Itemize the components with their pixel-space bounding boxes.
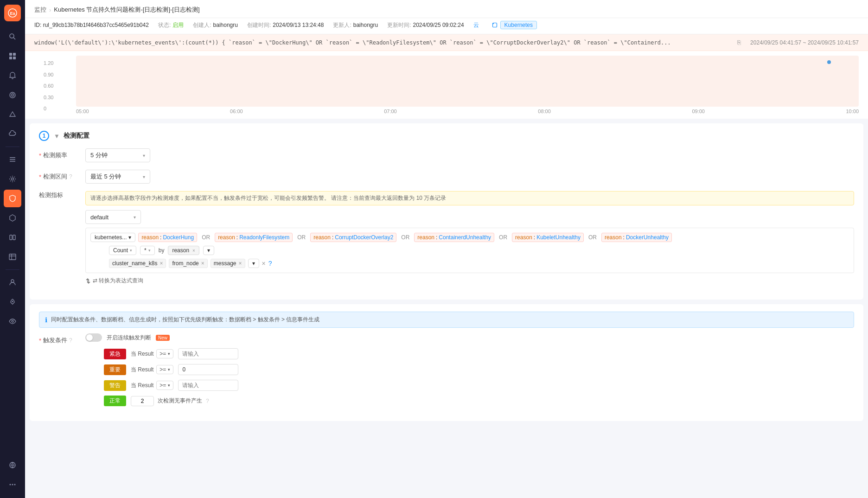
chart-x-labels: 05:00 06:00 07:00 08:00 09:00 10:00 bbox=[76, 107, 859, 119]
svg-point-10 bbox=[12, 95, 13, 96]
sidebar-item-user[interactable] bbox=[4, 274, 21, 291]
info-alert: ℹ 同时配置触发条件、数据断档、信息生成时，按照如下优先级判断触发：数据断档 >… bbox=[39, 312, 854, 328]
sev-major-input[interactable] bbox=[178, 364, 238, 375]
sidebar: Ea bbox=[0, 0, 25, 498]
interval-select[interactable]: 最近 5 分钟 ▾ bbox=[85, 170, 150, 184]
qb-agg-field[interactable]: * ▾ bbox=[140, 246, 155, 255]
kubernetes-tag[interactable]: Kubernetes bbox=[500, 21, 537, 29]
sidebar-item-table[interactable] bbox=[4, 248, 21, 266]
qb-filter-from-node-close[interactable]: × bbox=[201, 260, 204, 267]
continuous-trigger-toggle[interactable] bbox=[85, 333, 102, 342]
sidebar-item-compare[interactable] bbox=[4, 229, 21, 246]
sidebar-item-list[interactable] bbox=[4, 151, 21, 168]
datasource-value: default bbox=[90, 214, 108, 221]
meta-creator-value: baihongru bbox=[213, 22, 238, 28]
trigger-help-icon[interactable]: ? bbox=[69, 337, 72, 344]
interval-help-icon[interactable]: ? bbox=[69, 173, 72, 180]
qb-condition-5[interactable]: reason : DockerUnhealthy bbox=[601, 233, 672, 242]
qb-cond3-field: reason bbox=[417, 234, 434, 241]
svg-rect-12 bbox=[10, 157, 15, 158]
qb-filter-from-node[interactable]: from_node × bbox=[169, 259, 207, 268]
sidebar-item-rocket[interactable] bbox=[4, 293, 21, 311]
x-label-0600: 06:00 bbox=[230, 109, 243, 114]
datasource-select[interactable]: default ▾ bbox=[85, 210, 141, 224]
qb-source-selector[interactable]: kubernetes... ▾ bbox=[90, 233, 135, 242]
qb-group-by[interactable]: reason × bbox=[168, 246, 199, 255]
meta-updated-value: 2024/09/25 09:02:24 bbox=[413, 22, 464, 28]
sidebar-item-shield[interactable] bbox=[4, 190, 21, 207]
qb-group-by-more[interactable]: ▾ bbox=[203, 246, 214, 255]
sev-major-condition: 当 Result >= ▾ bbox=[131, 365, 173, 374]
sidebar-item-globe[interactable] bbox=[4, 456, 21, 474]
sidebar-item-search[interactable] bbox=[4, 28, 21, 45]
info-alert-icon: ℹ bbox=[45, 316, 47, 324]
sidebar-item-settings[interactable] bbox=[4, 170, 21, 188]
sev-normal-count-input[interactable] bbox=[131, 396, 154, 406]
meta-updated-label: 更新时间: bbox=[387, 21, 411, 29]
sidebar-item-dashboard[interactable] bbox=[4, 47, 21, 65]
meta-id: ID: rul_99cb13b78b1f4646b37cc5465e91b042 bbox=[34, 22, 149, 28]
qb-condition-2[interactable]: reason : CorruptDockerOverlay2 bbox=[310, 233, 396, 242]
qb-filter-cluster-close[interactable]: × bbox=[160, 260, 163, 267]
sidebar-item-hexagon[interactable] bbox=[4, 209, 21, 227]
collapse-arrow[interactable]: ▼ bbox=[54, 133, 60, 140]
freq-select[interactable]: 5 分钟 ▾ bbox=[85, 148, 150, 162]
sev-normal-count-row: 次检测无事件产生 ? bbox=[131, 396, 209, 406]
qb-agg-func[interactable]: Count ▾ bbox=[109, 246, 136, 255]
qb-cond5-value: DockerUnhealthy bbox=[626, 234, 669, 241]
qb-filter-from-node-text: from_node bbox=[172, 260, 198, 267]
svg-point-23 bbox=[12, 301, 13, 302]
chart-area: 1.20 0.90 0.60 0.30 0 05:00 06:00 07:00 … bbox=[25, 51, 868, 119]
sidebar-item-alert[interactable] bbox=[4, 67, 21, 84]
sidebar-item-cloud[interactable] bbox=[4, 125, 21, 143]
y-label-0.30: 0.30 bbox=[44, 95, 53, 100]
qb-by-label: by bbox=[159, 247, 165, 254]
qb-filter-cluster[interactable]: cluster_name_k8s × bbox=[109, 259, 166, 268]
sidebar-item-eye[interactable] bbox=[4, 313, 21, 330]
trigger-label-text: 触发条件 bbox=[43, 336, 67, 345]
sev-minor-input[interactable] bbox=[178, 380, 238, 391]
metrics-hint: 请逐步选择高基数字段作为检测难度，如果配置不当，触发条件过于宽松，可能会引发频繁… bbox=[85, 191, 854, 205]
sev-critical-op[interactable]: >= ▾ bbox=[156, 349, 173, 358]
sev-normal-badge: 正常 bbox=[104, 396, 126, 406]
qb-conditions-row: kubernetes... ▾ reason : DockerHung OR bbox=[90, 233, 849, 242]
qb-group-by-close[interactable]: × bbox=[192, 248, 195, 253]
sev-major-op[interactable]: >= ▾ bbox=[156, 365, 173, 374]
section-title: 检测配置 bbox=[64, 132, 89, 140]
sev-minor-op[interactable]: >= ▾ bbox=[156, 381, 173, 390]
qb-clear-btn[interactable]: × bbox=[262, 260, 266, 267]
svg-marker-16 bbox=[10, 215, 15, 221]
svg-point-27 bbox=[12, 484, 13, 485]
sev-critical-input[interactable] bbox=[178, 348, 238, 359]
toggle-row: 开启连续触发判断 New bbox=[85, 333, 854, 342]
qb-agg-func-arrow: ▾ bbox=[130, 248, 132, 253]
qb-condition-3[interactable]: reason : ContainerdUnhealthy bbox=[414, 233, 494, 242]
query-time-range: 2024/09/25 04:41:57 ~ 2024/09/25 10:41:5… bbox=[750, 39, 859, 46]
qb-filter-message[interactable]: message × bbox=[211, 259, 245, 268]
qb-condition-1[interactable]: reason : ReadonlyFilesystem bbox=[215, 233, 293, 242]
convert-link[interactable]: ⇄ 转换为表达式查询 bbox=[85, 273, 854, 285]
breadcrumb-monitor[interactable]: 监控 bbox=[34, 6, 46, 14]
sev-normal-help-icon[interactable]: ? bbox=[206, 398, 209, 404]
qb-condition-0[interactable]: reason : DockerHung bbox=[138, 233, 197, 242]
x-label-0700: 07:00 bbox=[384, 109, 397, 114]
svg-point-22 bbox=[11, 280, 14, 282]
sidebar-item-more[interactable] bbox=[4, 476, 21, 493]
qb-filter-message-close[interactable]: × bbox=[239, 260, 242, 267]
svg-rect-7 bbox=[13, 57, 16, 59]
sidebar-item-target[interactable] bbox=[4, 86, 21, 104]
qb-condition-4[interactable]: reason : KubeletUnhealthy bbox=[512, 233, 584, 242]
svg-text:Ea: Ea bbox=[10, 11, 15, 16]
qb-op-3: OR bbox=[497, 233, 509, 242]
qb-filter-cluster-text: cluster_name_k8s bbox=[112, 260, 157, 267]
sev-normal-suffix: 次检测无事件产生 bbox=[158, 397, 202, 405]
qb-filter-more[interactable]: ▾ bbox=[248, 259, 259, 268]
copy-icon[interactable]: ⎘ bbox=[737, 39, 741, 46]
meta-more-btn[interactable]: 云 bbox=[473, 21, 479, 29]
toggle-label: 开启连续触发判断 bbox=[107, 334, 151, 342]
sev-major-badge: 重要 bbox=[104, 364, 126, 375]
qb-cond2-colon: : bbox=[332, 234, 333, 241]
sidebar-item-topology[interactable] bbox=[4, 106, 21, 123]
qb-help-btn[interactable]: ? bbox=[268, 260, 272, 267]
breadcrumb-current: Kubernetes 节点持久性问题检测-[日志检测]-[日志检测] bbox=[54, 6, 199, 14]
